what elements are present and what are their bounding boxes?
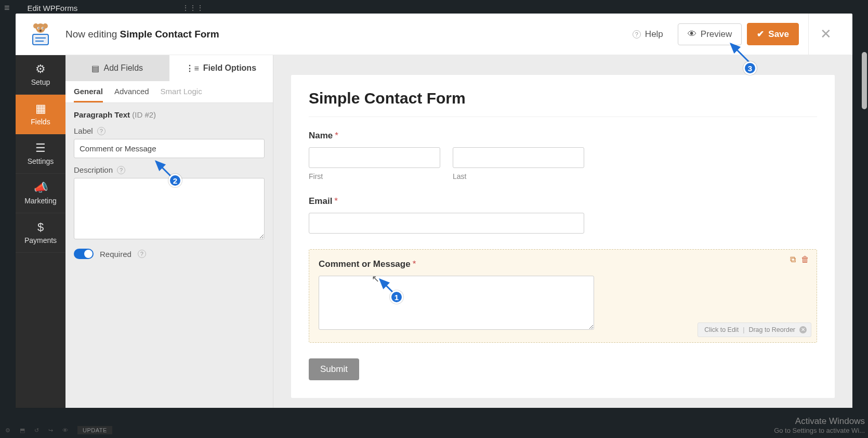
preview-label: Preview bbox=[701, 29, 732, 40]
field-actions: ⧉ 🗑 bbox=[790, 255, 809, 264]
sidebar-subtabs: General Advanced Smart Logic bbox=[65, 81, 273, 103]
help-icon[interactable]: ? bbox=[97, 127, 106, 135]
preview-canvas-wrap: Simple Contact Form Name* First Last bbox=[273, 55, 852, 408]
sidebar-tabs: ▤ Add Fields ⋮≡ Field Options bbox=[65, 55, 273, 81]
submit-button[interactable]: Submit bbox=[309, 358, 359, 380]
comment-field-selected[interactable]: ⧉ 🗑 Comment or Message* Click to Edit | … bbox=[309, 249, 817, 343]
email-input[interactable] bbox=[309, 213, 584, 234]
help-button[interactable]: ? Help bbox=[623, 24, 673, 45]
field-heading-id: (ID #2) bbox=[132, 110, 156, 119]
label-row: Label ? bbox=[74, 126, 265, 158]
email-field[interactable]: Email* bbox=[309, 196, 817, 234]
sliders-icon: ⋮≡ bbox=[186, 63, 199, 73]
description-label-text: Description bbox=[74, 165, 113, 174]
help-icon[interactable]: ? bbox=[117, 166, 125, 174]
description-row: Description ? bbox=[74, 165, 265, 241]
vertical-scrollbar[interactable] bbox=[861, 52, 868, 402]
rail-setup[interactable]: ⚙ Setup bbox=[16, 55, 65, 95]
rail-payments-label: Payments bbox=[24, 236, 57, 244]
builder-header: Now editing Simple Contact Form ? Help 👁… bbox=[16, 14, 852, 55]
description-textarea[interactable] bbox=[74, 178, 265, 239]
name-label-text: Name bbox=[309, 131, 333, 140]
hint-edit: Click to Edit bbox=[704, 326, 739, 333]
svg-point-6 bbox=[43, 27, 44, 28]
label-input[interactable] bbox=[74, 139, 265, 158]
rail-payments[interactable]: $ Payments bbox=[16, 213, 65, 253]
tab-field-options[interactable]: ⋮≡ Field Options bbox=[169, 55, 273, 81]
hint-reorder: Drag to Reorder bbox=[748, 326, 795, 333]
required-toggle[interactable] bbox=[74, 249, 94, 259]
footer-icon: ↺ bbox=[34, 427, 39, 434]
field-hint-pill: Click to Edit | Drag to Reorder ✕ bbox=[698, 323, 811, 337]
footer-icon: ⬒ bbox=[20, 427, 25, 434]
builder-rail: ⚙ Setup ▦ Fields ☰ Settings 📣 Marketing … bbox=[16, 55, 65, 408]
email-label-text: Email bbox=[309, 196, 332, 206]
rail-marketing-label: Marketing bbox=[24, 197, 56, 205]
footer-icon: ⚙ bbox=[5, 427, 10, 434]
wp-footer: ⚙ ⬒ ↺ ↪ 👁 UPDATE bbox=[0, 422, 868, 438]
last-sublabel: Last bbox=[453, 172, 584, 181]
required-label: Required bbox=[100, 250, 131, 259]
footer-icon: ↪ bbox=[48, 427, 53, 434]
name-label: Name* bbox=[309, 131, 817, 141]
wp-update-button[interactable]: UPDATE bbox=[77, 426, 112, 434]
field-sidebar: ▤ Add Fields ⋮≡ Field Options General Ad… bbox=[65, 55, 273, 408]
sliders-icon: ☰ bbox=[35, 143, 46, 154]
rail-settings[interactable]: ☰ Settings bbox=[16, 134, 65, 174]
svg-point-7 bbox=[40, 30, 42, 32]
svg-point-5 bbox=[38, 27, 40, 28]
name-field[interactable]: Name* First Last bbox=[309, 131, 817, 181]
tab-add-fields[interactable]: ▤ Add Fields bbox=[65, 55, 169, 81]
last-name-input[interactable] bbox=[453, 147, 584, 168]
editing-prefix: Now editing bbox=[65, 29, 117, 40]
hint-sep: | bbox=[743, 326, 744, 333]
rail-fields[interactable]: ▦ Fields bbox=[16, 95, 65, 134]
wp-page-title: Edit WPForms bbox=[28, 4, 78, 12]
comment-textarea[interactable] bbox=[319, 276, 594, 330]
help-label: Help bbox=[645, 29, 663, 40]
field-heading-name: Paragraph Text bbox=[74, 110, 130, 119]
trash-icon[interactable]: 🗑 bbox=[801, 255, 809, 264]
apps-grid-icon[interactable]: ⋮⋮⋮ bbox=[182, 4, 204, 12]
check-icon: ✔ bbox=[757, 29, 764, 40]
bullhorn-icon: 📣 bbox=[34, 182, 48, 194]
field-heading: Paragraph Text (ID #2) bbox=[74, 110, 265, 119]
preview-canvas: Simple Contact Form Name* First Last bbox=[291, 75, 835, 398]
email-label: Email* bbox=[309, 196, 817, 207]
rail-setup-label: Setup bbox=[31, 78, 50, 86]
form-icon: ▦ bbox=[35, 103, 46, 114]
label-label: Label ? bbox=[74, 126, 265, 135]
duplicate-icon[interactable]: ⧉ bbox=[790, 255, 796, 264]
required-row: Required ? bbox=[74, 249, 265, 259]
description-label: Description ? bbox=[74, 165, 265, 174]
comment-label-text: Comment or Message bbox=[319, 259, 411, 269]
wpforms-logo bbox=[16, 22, 65, 47]
builder-title: Now editing Simple Contact Form bbox=[65, 29, 219, 40]
editing-form-name: Simple Contact Form bbox=[120, 29, 219, 40]
preview-button[interactable]: 👁 Preview bbox=[678, 23, 742, 45]
first-sublabel: First bbox=[309, 172, 440, 181]
save-label: Save bbox=[768, 29, 789, 40]
form-builder-modal: Now editing Simple Contact Form ? Help 👁… bbox=[16, 14, 852, 408]
dollar-icon: $ bbox=[37, 222, 44, 233]
subtab-general[interactable]: General bbox=[74, 81, 103, 102]
svg-rect-8 bbox=[33, 34, 48, 45]
form-title: Simple Contact Form bbox=[309, 89, 817, 107]
eye-icon: 👁 bbox=[688, 29, 696, 40]
save-button[interactable]: ✔ Save bbox=[747, 23, 799, 45]
hamburger-icon[interactable]: ≡ bbox=[4, 3, 10, 14]
tab-field-options-label: Field Options bbox=[203, 63, 256, 73]
help-icon[interactable]: ? bbox=[138, 250, 146, 258]
gear-icon: ⚙ bbox=[35, 63, 46, 75]
rail-marketing[interactable]: 📣 Marketing bbox=[16, 174, 65, 213]
subtab-smart-logic[interactable]: Smart Logic bbox=[161, 81, 202, 102]
close-icon: ✕ bbox=[820, 26, 832, 42]
subtab-advanced[interactable]: Advanced bbox=[114, 81, 149, 102]
close-builder-button[interactable]: ✕ bbox=[808, 14, 843, 55]
dismiss-hint-icon[interactable]: ✕ bbox=[799, 326, 807, 333]
rail-settings-label: Settings bbox=[28, 157, 54, 165]
first-name-input[interactable] bbox=[309, 147, 440, 168]
comment-label: Comment or Message* bbox=[319, 259, 807, 269]
divider bbox=[309, 117, 817, 117]
label-label-text: Label bbox=[74, 126, 93, 135]
